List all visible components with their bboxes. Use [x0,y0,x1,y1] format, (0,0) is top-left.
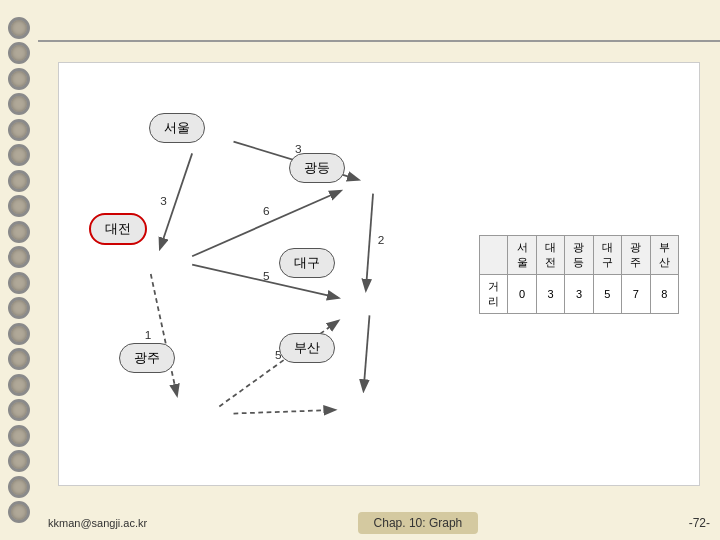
spiral-ring [8,348,30,370]
svg-text:3: 3 [160,194,167,208]
spiral-ring [8,476,30,498]
spiral-ring [8,272,30,294]
footer-page: -72- [689,516,710,530]
svg-text:6: 6 [263,204,270,218]
spiral-ring [8,144,30,166]
slide-container: 3 3 6 2 5 [38,42,720,506]
table-cell-5: 8 [650,274,678,313]
node-gwangju: 광주 [119,343,175,373]
table-cell-4: 7 [622,274,650,313]
svg-line-14 [364,315,370,389]
table-area: 서울 대전 광등 대구 광주 부산 거리 0 [469,73,689,475]
spiral-ring [8,450,30,472]
spiral-ring [8,323,30,345]
spiral-binding [0,0,38,540]
svg-text:5: 5 [263,269,270,283]
table-header-daegu: 대구 [593,235,621,274]
spiral-ring [8,42,30,64]
graph-svg: 3 3 6 2 5 [69,73,469,475]
graph-area: 3 3 6 2 5 [69,73,469,475]
footer-chapter: Chap. 10: Graph [358,512,479,534]
spiral-ring [8,246,30,268]
node-seoul: 서울 [149,113,205,143]
spiral-ring [8,93,30,115]
spiral-ring [8,425,30,447]
node-gwangdeung: 광등 [289,153,345,183]
table-cell-0: 0 [508,274,536,313]
table-cell-2: 3 [565,274,593,313]
spiral-ring [8,501,30,523]
node-daejeon: 대전 [89,213,147,245]
node-busan: 부산 [279,333,335,363]
spiral-ring [8,17,30,39]
table-header-gwangju: 광주 [622,235,650,274]
spiral-ring [8,399,30,421]
table-row-label: 거리 [480,274,508,313]
table-header-gwangdeung: 광등 [565,235,593,274]
svg-line-4 [192,191,340,256]
spiral-ring [8,221,30,243]
table-header-busan: 부산 [650,235,678,274]
svg-line-6 [366,194,373,290]
diagram-section: 3 3 6 2 5 [59,63,699,485]
svg-text:1: 1 [145,328,152,342]
content-area: 3 3 6 2 5 [38,0,720,540]
spiral-ring [8,119,30,141]
table-header-daejeon: 대전 [536,235,564,274]
distance-table: 서울 대전 광등 대구 광주 부산 거리 0 [479,235,679,314]
svg-text:2: 2 [378,233,385,247]
spiral-ring [8,170,30,192]
svg-line-15 [234,410,335,414]
table-cell-3: 5 [593,274,621,313]
node-daegu: 대구 [279,248,335,278]
table-header-empty [480,235,508,274]
footer: kkman@sangji.ac.kr Chap. 10: Graph -72- [38,506,720,540]
spiral-ring [8,297,30,319]
spiral-ring [8,374,30,396]
table-row: 거리 0 3 3 5 7 8 [480,274,679,313]
footer-email: kkman@sangji.ac.kr [48,517,147,529]
svg-line-10 [151,274,177,395]
spiral-ring [8,195,30,217]
table-header-seoul: 서울 [508,235,536,274]
spiral-ring [8,68,30,90]
slide-area: 3 3 6 2 5 [58,62,700,486]
table-cell-1: 3 [536,274,564,313]
